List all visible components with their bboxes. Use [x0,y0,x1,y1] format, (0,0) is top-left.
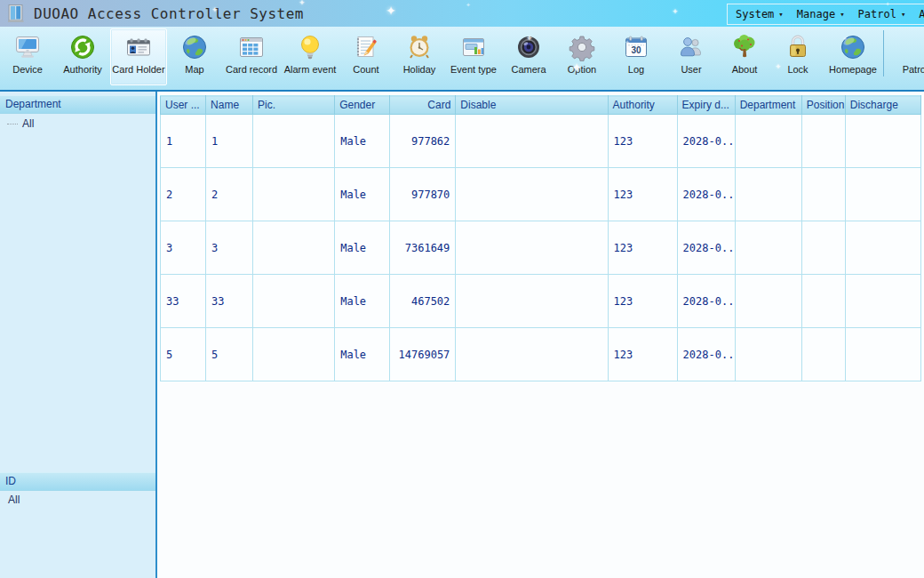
toolbar-button-patrol[interactable]: Patrol [888,28,924,85]
cell-pic[interactable] [253,221,335,275]
cell-department[interactable] [735,328,801,381]
toolbar-button-alarm-event[interactable]: Alarm event [281,28,339,85]
menu-item-manage[interactable]: Manage▾ [797,8,845,20]
toolbar-button-count[interactable]: Count [339,28,393,85]
cell-position[interactable] [801,221,845,275]
column-header-position[interactable]: Position [801,96,845,115]
cell-name[interactable]: 1 [206,115,253,168]
toolbar-button-camera[interactable]: Camera [501,28,556,85]
cell-card[interactable]: 7361649 [390,221,456,275]
cell-user[interactable]: 1 [161,115,206,168]
cell-discharge[interactable] [845,168,920,221]
table-row[interactable]: 22Male9778701232028-0... [161,168,921,221]
cell-user[interactable]: 33 [161,275,206,328]
column-header-pic[interactable]: Pic. [253,96,335,115]
id-card-icon [124,33,153,61]
toolbar-button-map[interactable]: Map [167,28,222,85]
toolbar-button-about[interactable]: About [718,28,771,85]
cell-pic[interactable] [253,275,335,328]
cell-user[interactable]: 5 [161,328,206,381]
cell-name[interactable]: 2 [206,168,253,221]
menu-item-label: Access co [919,8,924,20]
cell-expiry-d[interactable]: 2028-0... [677,328,735,381]
cell-position[interactable] [801,115,845,168]
cell-disable[interactable] [456,275,608,328]
column-header-disable[interactable]: Disable [456,96,608,115]
cell-discharge[interactable] [845,275,920,328]
cell-card[interactable]: 977862 [390,115,456,168]
cell-disable[interactable] [456,221,608,275]
cell-pic[interactable] [253,328,335,381]
cell-position[interactable] [801,328,845,381]
cell-authority[interactable]: 123 [608,221,677,275]
toolbar-button-holiday[interactable]: Holiday [393,28,446,85]
cell-authority[interactable]: 123 [608,275,677,328]
cell-user[interactable]: 2 [161,168,206,221]
cell-name[interactable]: 3 [206,221,253,275]
cell-gender[interactable]: Male [335,275,390,328]
column-header-authority[interactable]: Authority [608,96,677,115]
column-header-expiry-d[interactable]: Expiry d... [677,96,735,115]
toolbar-button-homepage[interactable]: Homepage [824,28,881,85]
cell-authority[interactable]: 123 [608,168,677,221]
cell-department[interactable] [735,221,801,275]
toolbar-button-option[interactable]: Option [556,28,608,85]
cell-expiry-d[interactable]: 2028-0... [677,275,735,328]
cell-expiry-d[interactable]: 2028-0... [677,221,735,275]
column-header-department[interactable]: Department [735,96,801,115]
column-header-gender[interactable]: Gender [335,96,390,115]
cell-card[interactable]: 467502 [390,275,456,328]
svg-text:30: 30 [631,45,641,55]
cell-gender[interactable]: Male [335,115,390,168]
cell-name[interactable]: 33 [206,275,253,328]
cell-department[interactable] [735,275,801,328]
cell-position[interactable] [801,275,845,328]
sidebar-item-department-all[interactable]: All [0,114,155,133]
toolbar-button-authority[interactable]: Authority [55,28,110,85]
menu-item-label: Patrol [858,8,896,20]
cell-discharge[interactable] [845,221,920,275]
column-header-card[interactable]: Card [390,96,456,115]
cell-disable[interactable] [456,168,608,221]
cell-disable[interactable] [456,328,608,381]
cell-disable[interactable] [456,115,608,168]
toolbar-button-label: Patrol [903,64,924,75]
cell-gender[interactable]: Male [335,328,390,381]
cell-card[interactable]: 977870 [390,168,456,221]
toolbar-button-log[interactable]: 30Log [608,28,665,85]
sidebar-item-id-all[interactable]: All [0,491,155,509]
cell-pic[interactable] [253,168,335,221]
toolbar-button-card-holder[interactable]: Card Holder [110,28,167,85]
table-row[interactable]: 33Male73616491232028-0... [161,221,921,275]
cell-name[interactable]: 5 [206,328,253,381]
toolbar-button-user[interactable]: User [665,28,718,85]
cell-position[interactable] [801,168,845,221]
table-row[interactable]: 3333Male4675021232028-0... [161,275,921,328]
cell-department[interactable] [735,115,801,168]
menu-item-system[interactable]: System▾ [736,8,784,20]
cell-user[interactable]: 3 [161,221,206,275]
toolbar-button-event-type[interactable]: Event type [446,28,501,85]
cell-expiry-d[interactable]: 2028-0... [677,168,735,221]
cell-authority[interactable]: 123 [608,328,677,381]
table-row[interactable]: 11Male9778621232028-0... [161,115,921,168]
cell-department[interactable] [735,168,801,221]
cell-card[interactable]: 14769057 [390,328,456,381]
cell-discharge[interactable] [845,328,920,381]
toolbar-button-lock[interactable]: Lock [771,28,824,85]
toolbar-button-label: Alarm event [284,64,337,75]
menu-item-access-co[interactable]: Access co [919,8,924,20]
menu-item-patrol[interactable]: Patrol▾ [858,8,906,20]
cell-gender[interactable]: Male [335,168,390,221]
column-header-user[interactable]: User ... [161,96,206,115]
cell-authority[interactable]: 123 [608,115,677,168]
column-header-name[interactable]: Name [206,96,253,115]
toolbar-button-card-record[interactable]: Card record [222,28,281,85]
cell-gender[interactable]: Male [335,221,390,275]
cell-expiry-d[interactable]: 2028-0... [677,115,735,168]
toolbar-button-device[interactable]: Device [0,28,55,85]
cell-discharge[interactable] [845,115,920,168]
column-header-discharge[interactable]: Discharge [845,96,920,115]
table-row[interactable]: 55Male147690571232028-0... [161,328,921,381]
cell-pic[interactable] [253,115,335,168]
